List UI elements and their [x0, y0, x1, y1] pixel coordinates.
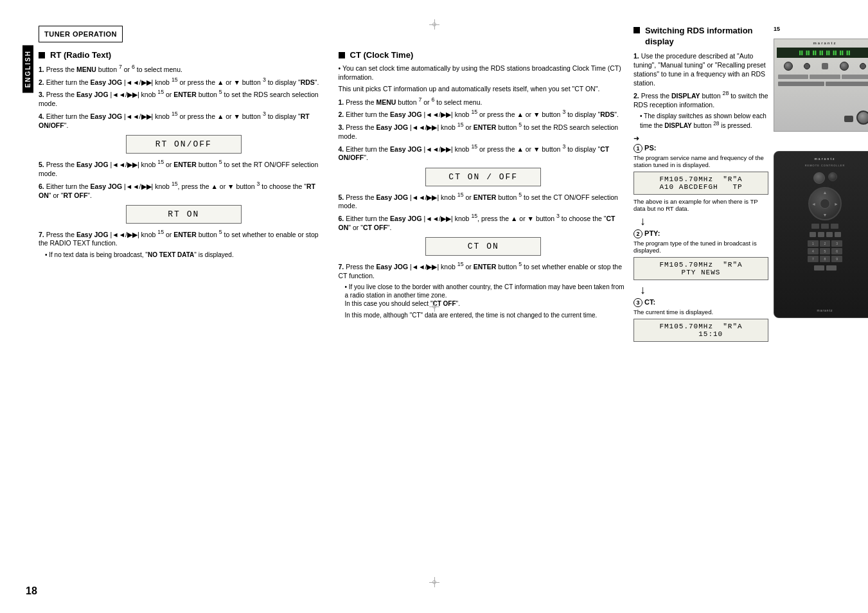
ct-step-7: 7. Press the Easy JOG |◄◄/▶▶| knob 15 or…	[339, 261, 629, 280]
ct-lcd: FM105.70MHz "R"A 15:10	[633, 319, 768, 342]
knob-4	[860, 63, 866, 69]
ps-note: The above is an example for when there i…	[633, 198, 768, 212]
remote-logo: marantz	[814, 157, 835, 161]
knob-1	[784, 62, 793, 71]
receiver-display: ▐▌▐▌▐▌▐▌▐▌▐▌▐▌▐▌	[777, 48, 868, 58]
circle-3: 3	[633, 298, 642, 307]
rt-step-4: 4. Either turn the Easy JOG |◄◄/▶▶| knob…	[39, 111, 329, 130]
device-number-labels: 15 7	[774, 26, 868, 32]
device-num-15: 15	[774, 26, 780, 32]
ct-lcd-1: CT ON / OFF	[425, 168, 541, 186]
receiver-controls	[774, 59, 868, 73]
remote-rew	[811, 224, 819, 229]
recv-btn-1	[778, 75, 808, 79]
remote-btn-menu	[814, 265, 824, 271]
recv-btn-4	[778, 82, 824, 86]
page-number: 18	[26, 585, 37, 597]
ps-lcd: FM105.70MHz "R"AA10 ABCDEFGH TP	[633, 172, 768, 195]
remote-nav-wheel: ▲ ▼ ◄ ►	[808, 187, 842, 220]
rt-lcd-2: RT ON	[126, 205, 242, 224]
rt-section: RT (Radio Text) 1. Press the MENU button…	[39, 50, 329, 322]
remote-numpad: 1 2 3 4 5 6 7 8 9	[808, 240, 842, 262]
ps-label: 1 PS:	[633, 144, 768, 153]
remote-num-2: 2	[820, 240, 831, 247]
knob-3	[840, 62, 849, 71]
remote-btn-a	[810, 232, 816, 237]
remote-ff	[831, 224, 838, 229]
remote-extra-row	[810, 232, 841, 237]
ct-section: CT (Clock Time) • You can set clock time…	[339, 50, 629, 322]
arrow-indicator-1: ➜	[633, 134, 768, 143]
remote-btn-b	[818, 232, 824, 237]
ps-subsection: 1 PS: The program service name and frequ…	[633, 144, 768, 212]
remote-btn-power	[813, 172, 825, 184]
language-tab: ENGLISH	[22, 45, 33, 93]
marantz-logo-receiver: marantz	[774, 39, 868, 46]
remote-bottom-logo: marantz	[817, 308, 833, 312]
volume-knob	[856, 111, 868, 125]
ct-step-5: 5. Press the Easy JOG |◄◄/▶▶| knob 15 or…	[339, 191, 629, 211]
remote-num-7: 7	[808, 256, 819, 262]
remote-num-9: 9	[831, 256, 842, 262]
recv-btn-5	[826, 82, 868, 86]
remote-num-8: 8	[820, 256, 831, 262]
pty-lcd: FM105.70MHz "R"APTY NEWS	[633, 257, 768, 280]
ct-step-2: 2. Either turn the Easy JOG |◄◄/▶▶| knob…	[339, 109, 629, 119]
rds-heading: Switching RDS information display	[633, 26, 768, 48]
rt-heading: RT (Radio Text)	[39, 50, 329, 60]
rds-square-icon	[633, 27, 640, 33]
down-arrow-1: ↓	[640, 215, 768, 228]
pty-label: 2 PTY:	[633, 229, 768, 238]
ps-desc: The program service name and frequency o…	[633, 154, 768, 168]
rt-step-3: 3. Press the Easy JOG |◄◄/▶▶| knob 15 or…	[39, 89, 329, 108]
remote-num-5: 5	[820, 248, 831, 254]
ct-note2: In this case you should select "CT OFF".	[339, 299, 629, 308]
ct-step-1: 1. Press the MENU button 7 or 6 to selec…	[339, 96, 629, 107]
rt-square-icon	[39, 52, 45, 58]
remote-btn-d	[835, 232, 841, 237]
rt-lcd-1: RT ON/OFF	[126, 135, 242, 154]
ct-label: 3 CT:	[633, 298, 768, 307]
device-images-panel: 15 7 marantz ▐▌▐▌▐▌▐▌▐▌▐▌▐▌▐▌	[774, 26, 868, 603]
remote-btn-enter	[826, 265, 837, 271]
circle-1: 1	[633, 144, 642, 153]
remote-num-3: 3	[831, 240, 842, 247]
circle-2: 2	[633, 229, 642, 238]
ct-step-3: 3. Press the Easy JOG |◄◄/▶▶| knob 15 or…	[339, 121, 629, 141]
rds-switching-section: Switching RDS information display 1. Use…	[633, 26, 768, 603]
remote-control-image: marantz REMOTE CONTROLLER ▲ ▼ ◄ ►	[774, 151, 868, 318]
remote-num-4: 4	[808, 248, 819, 254]
ct-heading: CT (Clock Time)	[339, 50, 629, 60]
remote-num-1: 1	[808, 240, 819, 247]
rt-note: • If no text data is being broadcast, "N…	[39, 251, 329, 259]
rt-step-6: 6. Either turn the Easy JOG |◄◄/▶▶| knob…	[39, 181, 329, 200]
remote-num-6: 6	[831, 248, 842, 254]
ct-step-4: 4. Either turn the Easy JOG |◄◄/▶▶| knob…	[339, 143, 629, 163]
remote-btn-c	[826, 232, 833, 237]
remote-play	[821, 224, 829, 229]
btn-display	[822, 63, 828, 69]
remote-top-buttons	[813, 172, 837, 184]
remote-transport-row	[811, 224, 838, 229]
rt-step-1: 1. Press the MENU button 7 or 6 to selec…	[39, 64, 329, 74]
pty-subsection: 2 PTY: The program type of the tuned in …	[633, 229, 768, 280]
device-num-28: 28	[774, 138, 868, 145]
ct-lcd-2: CT ON	[425, 237, 541, 256]
rds-display-note: • The display switches as shown below ea…	[633, 112, 768, 130]
ct-note3: In this mode, although "CT" data are ent…	[339, 311, 629, 320]
ct-intro2: This unit picks CT information up and au…	[339, 84, 629, 93]
tuner-operation-heading: TUNER OPERATION	[39, 26, 123, 42]
small-display	[844, 116, 853, 122]
remote-nav-center-btn	[820, 199, 830, 209]
ct-subsection: 3 CT: The current time is displayed. FM1…	[633, 298, 768, 342]
receiver-device-image: marantz ▐▌▐▌▐▌▐▌▐▌▐▌▐▌▐▌	[774, 39, 868, 132]
remote-btn-mute	[828, 172, 837, 181]
rt-step-7: 7. Press the Easy JOG |◄◄/▶▶| knob 15 or…	[39, 229, 329, 248]
ct-time-desc: The current time is displayed.	[633, 308, 768, 315]
display-text: ▐▌▐▌▐▌▐▌▐▌▐▌▐▌▐▌	[798, 51, 852, 55]
remote-bottom-row	[814, 265, 837, 271]
recv-btn-3	[842, 75, 868, 79]
receiver-button-row-2	[774, 80, 868, 87]
rds-step-2: 2. Press the DISPLAY button 28 to switch…	[633, 90, 768, 109]
remote-subtitle: REMOTE CONTROLLER	[805, 164, 846, 167]
